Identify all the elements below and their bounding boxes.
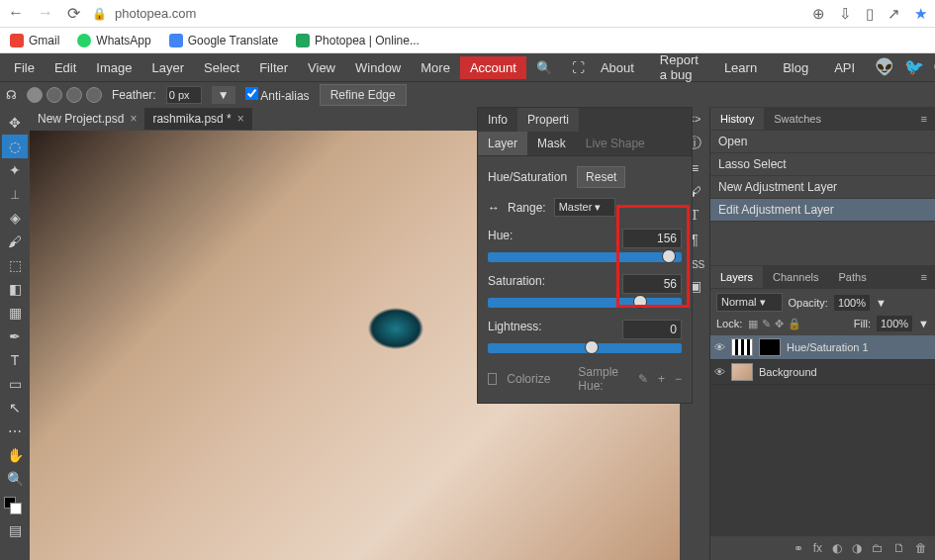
reddit-icon[interactable]: 👽	[875, 57, 894, 78]
panel-menu-icon[interactable]: ≡	[913, 109, 935, 129]
selection-add-icon[interactable]	[47, 87, 62, 103]
refine-edge-button[interactable]: Refine Edge	[320, 84, 407, 106]
history-item[interactable]: Open	[710, 131, 935, 153]
feather-input[interactable]: 0 px	[166, 86, 202, 104]
spacer-tool[interactable]: ⋯	[2, 420, 28, 443]
menu-account[interactable]: Account	[460, 56, 526, 79]
crop-tool[interactable]: ⟂	[2, 182, 28, 206]
subtab-layer[interactable]: Layer	[478, 132, 527, 155]
close-icon[interactable]: ×	[130, 112, 137, 126]
text-tool[interactable]: T	[2, 348, 28, 372]
color-swatches[interactable]	[0, 495, 30, 518]
visibility-icon[interactable]: 👁	[714, 366, 725, 378]
download-icon[interactable]: ⇩	[839, 5, 852, 23]
expand-icon[interactable]: ↔	[488, 201, 500, 215]
install-icon[interactable]: ⊕	[812, 5, 825, 23]
tab-history[interactable]: History	[710, 108, 764, 130]
new-folder-icon[interactable]: 🗀	[872, 541, 884, 555]
layer-item[interactable]: 👁 Hue/Saturation 1	[710, 335, 935, 360]
range-select[interactable]: Master ▾	[554, 198, 616, 217]
menu-report[interactable]: Report a bug	[654, 48, 704, 86]
minus-icon[interactable]: −	[675, 372, 682, 386]
quick-mask-tool[interactable]: ▤	[2, 518, 28, 542]
fullscreen-icon[interactable]: ⛶	[562, 56, 595, 79]
blend-mode-select[interactable]: Normal ▾	[716, 293, 783, 312]
layer-name[interactable]: Hue/Saturation 1	[787, 341, 869, 353]
eraser-tool[interactable]: ◧	[2, 277, 28, 301]
wand-tool[interactable]: ✦	[2, 158, 28, 182]
lock-icon[interactable]: 🔒	[788, 318, 801, 330]
delete-layer-icon[interactable]: 🗑	[915, 541, 927, 555]
url-bar[interactable]: 🔒 photopea.com	[92, 6, 196, 21]
subtab-mask[interactable]: Mask	[527, 132, 576, 155]
lock-position-icon[interactable]: ✎	[762, 318, 771, 330]
history-item[interactable]: New Adjustment Layer	[710, 176, 935, 199]
lock-pixels-icon[interactable]: ▦	[748, 318, 758, 330]
selection-subtract-icon[interactable]	[66, 87, 82, 103]
brush-tool[interactable]: 🖌	[2, 230, 28, 253]
back-button[interactable]: ←	[8, 4, 24, 23]
reset-button[interactable]: Reset	[577, 166, 625, 188]
new-layer-icon[interactable]: 🗋	[893, 541, 905, 555]
pen-tool[interactable]: ✒	[2, 325, 28, 348]
menu-select[interactable]: Select	[194, 56, 249, 79]
share-icon[interactable]: ↗	[888, 5, 900, 23]
add-mask-icon[interactable]: ◐	[832, 541, 842, 555]
forward-button[interactable]: →	[38, 4, 53, 23]
selection-new-icon[interactable]	[27, 87, 43, 103]
search-icon[interactable]: 🔍	[526, 56, 562, 79]
tab-swatches[interactable]: Swatches	[764, 108, 831, 130]
menu-file[interactable]: File	[4, 56, 45, 79]
bookmark-photopea[interactable]: Photopea | Online...	[296, 34, 420, 47]
tab-info[interactable]: Info	[478, 108, 517, 132]
layer-effects-icon[interactable]: fx	[813, 541, 822, 555]
menu-blog[interactable]: Blog	[777, 56, 814, 79]
menu-filter[interactable]: Filter	[249, 56, 298, 79]
feather-dropdown[interactable]: ▼	[212, 86, 235, 104]
tab-layers[interactable]: Layers	[710, 266, 763, 288]
plus-icon[interactable]: +	[658, 372, 665, 386]
visibility-icon[interactable]: 👁	[714, 341, 725, 353]
selection-intersect-icon[interactable]	[86, 87, 102, 103]
move-tool[interactable]: ✥	[2, 111, 28, 135]
tab-channels[interactable]: Channels	[763, 266, 828, 288]
menu-layer[interactable]: Layer	[142, 56, 195, 79]
background-color[interactable]	[10, 503, 22, 514]
bookmark-whatsapp[interactable]: WhatsApp	[77, 34, 150, 47]
layer-mask-thumbnail[interactable]	[759, 338, 781, 356]
menu-about[interactable]: About	[595, 56, 640, 79]
shape-tool[interactable]: ▭	[2, 372, 28, 396]
tab-properties[interactable]: Properti	[517, 108, 579, 132]
eyedropper-tool[interactable]: ◈	[2, 206, 28, 230]
clone-tool[interactable]: ⬚	[2, 253, 28, 277]
layer-thumbnail[interactable]	[731, 338, 753, 356]
history-item[interactable]: Edit Adjustment Layer	[710, 199, 935, 222]
bookmark-translate[interactable]: Google Translate	[169, 34, 278, 47]
menu-image[interactable]: Image	[86, 56, 141, 79]
menu-view[interactable]: View	[298, 56, 345, 79]
lightness-slider[interactable]	[488, 343, 682, 353]
menu-learn[interactable]: Learn	[718, 56, 763, 79]
reload-button[interactable]: ⟳	[67, 4, 80, 23]
antialias-checkbox[interactable]: Anti-alias	[245, 87, 310, 103]
close-icon[interactable]: ×	[237, 112, 244, 126]
opacity-dropdown[interactable]: ▼	[876, 297, 887, 309]
tab-paths[interactable]: Paths	[829, 266, 877, 288]
twitter-icon[interactable]: 🐦	[904, 57, 924, 78]
eyedropper-icon[interactable]: ✎	[638, 372, 648, 386]
fill-dropdown[interactable]: ▼	[918, 318, 929, 329]
lightness-input[interactable]: 0	[622, 320, 682, 339]
doc-tab-2[interactable]: rashmika.psd *×	[144, 108, 251, 130]
bookmark-star-icon[interactable]: ★	[914, 5, 927, 23]
menu-window[interactable]: Window	[345, 56, 411, 79]
lasso-tool[interactable]: ◌	[2, 135, 28, 158]
zoom-tool[interactable]: 🔍	[2, 467, 28, 491]
menu-api[interactable]: API	[828, 56, 861, 79]
panel-menu-icon[interactable]: ≡	[913, 267, 935, 287]
bookmark-gmail[interactable]: Gmail	[10, 34, 59, 47]
history-item[interactable]: Lasso Select	[710, 153, 935, 176]
hand-tool[interactable]: ✋	[2, 443, 28, 467]
reader-icon[interactable]: ▯	[866, 5, 874, 23]
lock-all-icon[interactable]: ✥	[775, 318, 784, 330]
doc-tab-1[interactable]: New Project.psd×	[30, 108, 144, 130]
